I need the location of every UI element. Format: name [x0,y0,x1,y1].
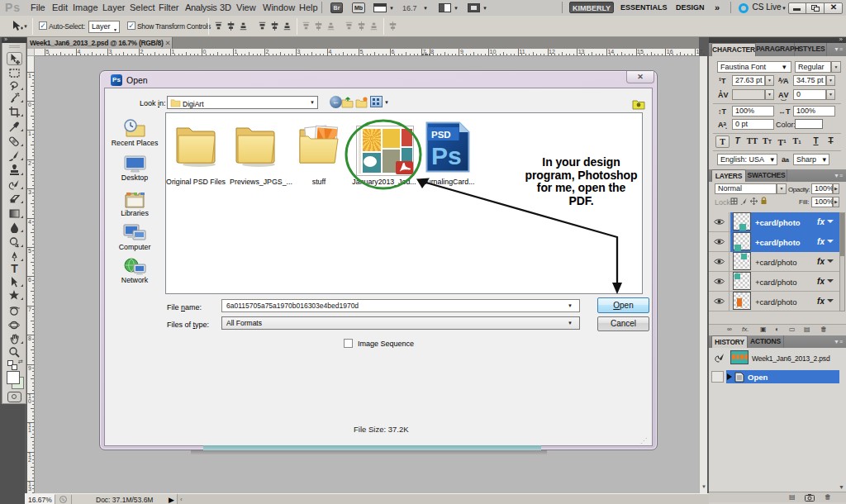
svg-text:T: T [11,262,18,273]
svg-text:PSD: PSD [431,130,451,140]
svg-text:Ps: Ps [431,142,462,169]
